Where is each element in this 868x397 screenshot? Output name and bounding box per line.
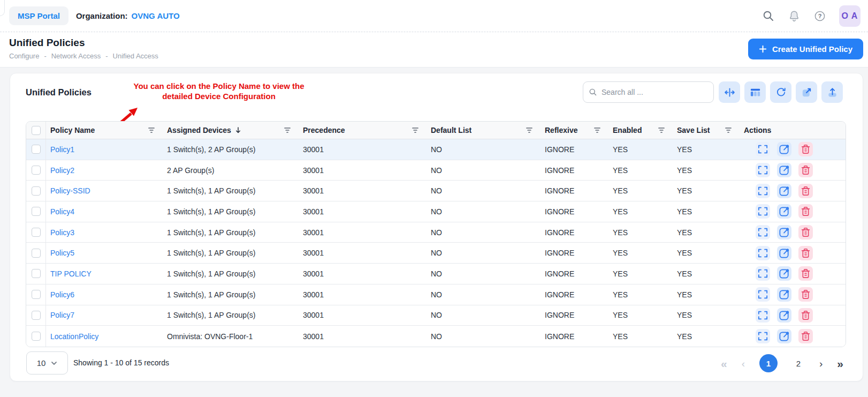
expand-policy-button[interactable] bbox=[756, 184, 770, 198]
next-page-icon[interactable]: › bbox=[819, 358, 823, 369]
delete-policy-button[interactable] bbox=[798, 266, 813, 281]
filter-icon[interactable] bbox=[284, 127, 291, 133]
row-checkbox[interactable] bbox=[32, 207, 41, 216]
plus-icon bbox=[759, 45, 767, 53]
row-checkbox[interactable] bbox=[32, 186, 41, 196]
row-checkbox[interactable] bbox=[32, 145, 41, 154]
edit-policy-button[interactable] bbox=[777, 204, 791, 219]
delete-policy-button[interactable] bbox=[798, 287, 813, 302]
delete-policy-button[interactable] bbox=[798, 225, 813, 239]
previous-page-icon[interactable]: ‹ bbox=[742, 358, 745, 369]
row-checkbox[interactable] bbox=[32, 166, 41, 175]
create-unified-policy-button[interactable]: Create Unified Policy bbox=[748, 39, 863, 59]
row-checkbox[interactable] bbox=[32, 311, 41, 320]
delete-policy-button[interactable] bbox=[798, 184, 813, 198]
expand-policy-button[interactable] bbox=[756, 225, 770, 239]
edit-policy-button[interactable] bbox=[777, 184, 791, 198]
page-button-1[interactable]: 1 bbox=[759, 354, 778, 372]
open-in-new-button[interactable] bbox=[796, 81, 817, 103]
edit-icon bbox=[778, 226, 790, 238]
policy-name-link[interactable]: Policy-SSID bbox=[50, 186, 90, 195]
edit-icon bbox=[778, 205, 790, 218]
msp-portal-button[interactable]: MSP Portal bbox=[9, 6, 68, 25]
resize-columns-button[interactable] bbox=[719, 81, 740, 103]
columns-button[interactable] bbox=[744, 81, 766, 103]
edit-policy-button[interactable] bbox=[777, 225, 791, 239]
table-row: Policy4 1 Switch(s), 1 AP Group(s) 30001… bbox=[26, 201, 846, 222]
sort-desc-icon[interactable] bbox=[235, 126, 241, 134]
row-checkbox[interactable] bbox=[32, 228, 41, 237]
table-header-row: Policy Name Assigned Devices Precedence … bbox=[26, 122, 846, 139]
expand-policy-button[interactable] bbox=[756, 329, 770, 343]
upload-button[interactable] bbox=[821, 81, 843, 103]
page-size-select[interactable]: 10 bbox=[26, 351, 68, 374]
last-page-icon[interactable]: » bbox=[837, 358, 843, 369]
reflexive-value: IGNORE bbox=[540, 145, 608, 154]
row-checkbox[interactable] bbox=[32, 290, 41, 299]
delete-policy-button[interactable] bbox=[798, 163, 813, 177]
policy-name-link[interactable]: Policy6 bbox=[50, 290, 74, 299]
delete-policy-button[interactable] bbox=[798, 246, 813, 260]
filter-icon[interactable] bbox=[725, 127, 732, 133]
search-icon[interactable] bbox=[762, 10, 775, 23]
expand-policy-button[interactable] bbox=[756, 287, 770, 302]
policy-name-link[interactable]: Policy2 bbox=[50, 166, 74, 175]
expand-policy-button[interactable] bbox=[756, 266, 770, 281]
help-icon[interactable]: ? bbox=[813, 10, 826, 23]
policy-name-link[interactable]: Policy7 bbox=[50, 311, 74, 319]
default-list-value: NO bbox=[427, 269, 540, 278]
filter-icon[interactable] bbox=[148, 127, 155, 133]
search-input[interactable] bbox=[601, 88, 708, 96]
user-avatar[interactable]: O A bbox=[839, 5, 861, 27]
default-list-value: NO bbox=[427, 186, 540, 195]
policy-name-link[interactable]: Policy5 bbox=[50, 249, 74, 257]
expand-policy-button[interactable] bbox=[756, 246, 770, 260]
policy-name-link[interactable]: Policy3 bbox=[50, 228, 74, 237]
breadcrumb-network-access[interactable]: Network Access bbox=[51, 52, 101, 60]
filter-icon[interactable] bbox=[593, 127, 601, 133]
row-checkbox[interactable] bbox=[32, 249, 41, 258]
breadcrumb-configure[interactable]: Configure bbox=[9, 52, 39, 60]
trash-icon bbox=[800, 247, 812, 259]
organization-value-link[interactable]: OVNG AUTO bbox=[132, 11, 180, 20]
policy-name-link[interactable]: Policy4 bbox=[50, 207, 74, 216]
precedence-value: 30001 bbox=[299, 145, 427, 154]
expand-icon bbox=[757, 226, 769, 238]
notifications-bell-icon[interactable] bbox=[788, 10, 801, 23]
delete-policy-button[interactable] bbox=[798, 142, 813, 156]
edit-policy-button[interactable] bbox=[777, 142, 791, 156]
edit-policy-button[interactable] bbox=[777, 329, 791, 343]
save-list-value: YES bbox=[673, 186, 740, 195]
open-in-new-icon bbox=[801, 86, 813, 99]
policy-name-link[interactable]: LocationPolicy bbox=[50, 332, 98, 341]
delete-policy-button[interactable] bbox=[798, 329, 813, 343]
edit-policy-button[interactable] bbox=[777, 266, 791, 281]
first-page-icon[interactable]: « bbox=[721, 358, 727, 369]
refresh-button[interactable] bbox=[770, 81, 791, 103]
expand-policy-button[interactable] bbox=[756, 204, 770, 219]
expand-policy-button[interactable] bbox=[756, 163, 770, 177]
breadcrumb-unified-access[interactable]: Unified Access bbox=[113, 52, 158, 60]
edit-policy-button[interactable] bbox=[777, 287, 791, 302]
filter-icon[interactable] bbox=[658, 127, 665, 133]
edit-policy-button[interactable] bbox=[777, 163, 791, 177]
expand-policy-button[interactable] bbox=[756, 142, 770, 156]
svg-text:?: ? bbox=[818, 13, 822, 19]
policy-name-link[interactable]: TIP POLICY bbox=[50, 269, 92, 278]
row-checkbox[interactable] bbox=[32, 332, 41, 341]
filter-icon[interactable] bbox=[526, 127, 533, 133]
enabled-value: YES bbox=[608, 166, 673, 175]
policy-name-link[interactable]: Policy1 bbox=[50, 145, 74, 154]
filter-icon[interactable] bbox=[412, 127, 419, 133]
edit-icon bbox=[778, 164, 790, 176]
delete-policy-button[interactable] bbox=[798, 308, 813, 323]
page-button-2[interactable]: 2 bbox=[792, 354, 805, 372]
select-all-checkbox[interactable] bbox=[32, 126, 41, 135]
edit-policy-button[interactable] bbox=[777, 246, 791, 260]
edit-policy-button[interactable] bbox=[777, 308, 791, 323]
save-list-value: YES bbox=[673, 249, 740, 257]
table-row: Policy7 1 Switch(s), 1 AP Group(s) 30001… bbox=[26, 305, 846, 326]
delete-policy-button[interactable] bbox=[798, 204, 813, 219]
expand-policy-button[interactable] bbox=[756, 308, 770, 323]
row-checkbox[interactable] bbox=[32, 269, 41, 278]
